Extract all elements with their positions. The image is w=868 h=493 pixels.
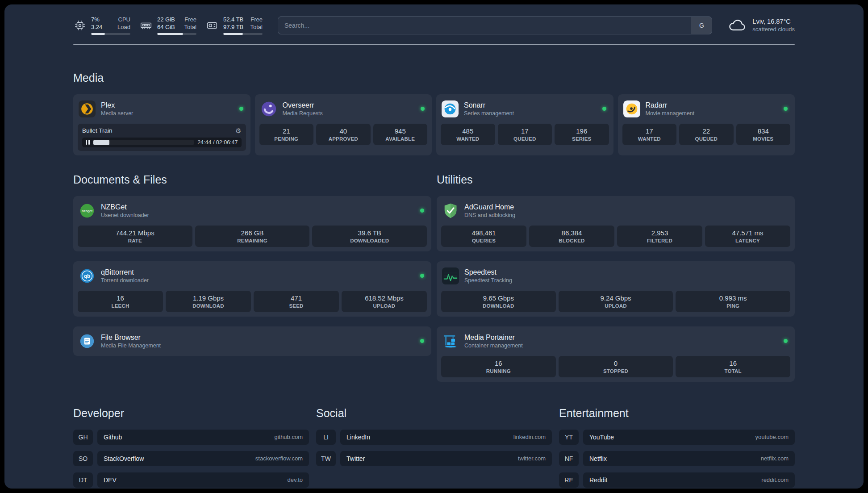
stat-value: 266 GB	[197, 229, 308, 237]
service-card-radarr[interactable]: Radarr Movie management 17WANTED22QUEUED…	[618, 94, 795, 155]
nzbget-icon: nzbget	[79, 202, 96, 219]
section-title-utilities: Utilities	[437, 173, 795, 186]
section-title-media: Media	[73, 71, 795, 84]
stat-tile: 21PENDING	[259, 124, 314, 145]
speedtest-icon	[442, 267, 459, 284]
adguard-icon	[442, 202, 459, 219]
search-provider-button[interactable]: G	[691, 17, 712, 34]
stat-tile: 834MOVIES	[736, 124, 791, 145]
bookmark-abbr: YT	[559, 430, 579, 445]
bookmark-item[interactable]: GHGithubgithub.com	[73, 430, 309, 445]
stat-label: DOWNLOADED	[314, 238, 425, 243]
bookmark-item[interactable]: SOStackOverflowstackoverflow.com	[73, 451, 309, 466]
section-developer: Developer GHGithubgithub.comSOStackOverf…	[73, 407, 309, 488]
status-dot	[602, 107, 606, 111]
stat-value: 1.19 Gbps	[167, 294, 249, 302]
service-card-filebrowser[interactable]: File Browser Media File Management	[73, 326, 431, 356]
bookmark-name: Reddit	[589, 476, 607, 484]
stat-tile: 9.24 GbpsUPLOAD	[559, 291, 673, 312]
memory-free-value: 22 GiB	[157, 16, 175, 24]
memory-total-label: Total	[184, 24, 196, 31]
stat-value: 9.24 Gbps	[560, 294, 672, 302]
stat-label: WANTED	[442, 136, 493, 142]
service-name: Overseerr	[283, 101, 323, 109]
stat-tile: 471SEED	[254, 291, 339, 312]
status-dot	[239, 107, 243, 111]
playback-progress-fill	[93, 140, 109, 145]
service-desc: Movie management	[646, 110, 695, 117]
bookmark-item[interactable]: DTDEVdev.to	[73, 472, 309, 488]
stat-value: 16	[443, 359, 554, 367]
cpu-icon	[73, 19, 87, 32]
bookmark-item[interactable]: YTYouTubeyoutube.com	[559, 430, 795, 445]
weather-condition: scattered clouds	[752, 26, 795, 33]
service-card-portainer[interactable]: Media Portainer Container management 16R…	[437, 326, 795, 382]
stat-label: TOTAL	[677, 368, 789, 374]
stat-label: AVAILABLE	[375, 136, 426, 142]
pause-icon[interactable]	[86, 140, 90, 145]
status-dot	[784, 107, 788, 111]
bookmark-url: twitter.com	[518, 455, 546, 462]
search-input[interactable]	[278, 17, 691, 34]
bookmark-item[interactable]: RERedditreddit.com	[559, 472, 795, 488]
bookmark-name: Twitter	[346, 455, 365, 462]
playback-time: 24:44 / 02:06:47	[197, 139, 238, 146]
service-card-sonarr[interactable]: Sonarr Series management 485WANTED17QUEU…	[436, 94, 613, 155]
plex-icon	[79, 100, 96, 117]
section-entertainment: Entertainment YTYouTubeyoutube.comNFNetf…	[559, 407, 795, 488]
now-playing-widget: Bullet Train ⚙ 24:44 / 02:06:47	[78, 124, 246, 151]
stat-tile: 86,384BLOCKED	[529, 226, 614, 247]
service-desc: Container management	[464, 343, 523, 349]
memory-progress-bar	[157, 33, 196, 35]
stat-tile: 16RUNNING	[441, 356, 556, 377]
bookmark-item[interactable]: NFNetflixnetflix.com	[559, 451, 795, 466]
service-card-speedtest[interactable]: Speedtest Speedtest Tracking 9.65 GbpsDO…	[437, 261, 795, 317]
stat-tile: 9.65 GbpsDOWNLOAD	[441, 291, 556, 312]
bookmark-item[interactable]: LILinkedInlinkedin.com	[316, 430, 552, 445]
stat-value: 22	[681, 127, 732, 135]
status-dot	[421, 107, 425, 111]
now-playing-title: Bullet Train	[82, 127, 113, 134]
section-documents: Documents & Files nzbget NZBGet Usenet d…	[73, 173, 431, 356]
bookmark-tile: DEVdev.to	[97, 472, 309, 488]
memory-icon	[139, 19, 153, 32]
stat-label: RATE	[79, 238, 191, 243]
stat-label: PENDING	[261, 136, 312, 142]
cpu-progress-bar	[91, 33, 130, 35]
stat-label: SEED	[255, 303, 337, 309]
section-media: Media Plex Media server	[73, 71, 795, 155]
bookmark-abbr: RE	[559, 472, 579, 488]
stat-value: 16	[79, 294, 161, 302]
service-name: qBittorrent	[101, 268, 149, 276]
search-bar: G	[278, 17, 712, 34]
stat-label: BLOCKED	[531, 238, 613, 243]
status-dot	[420, 209, 424, 213]
stat-value: 471	[255, 294, 337, 302]
service-name: Plex	[101, 101, 133, 109]
bookmark-item[interactable]: TWTwittertwitter.com	[316, 451, 552, 466]
stat-tile: 17QUEUED	[498, 124, 552, 145]
bookmark-abbr: DT	[73, 472, 93, 488]
section-title-social: Social	[316, 407, 552, 420]
service-card-nzbget[interactable]: nzbget NZBGet Usenet downloader 744.21 M…	[73, 196, 431, 251]
service-desc: Media File Management	[101, 343, 161, 349]
cloud-icon	[727, 18, 747, 33]
stat-value: 618.52 Mbps	[343, 294, 425, 302]
stat-value: 945	[375, 127, 426, 135]
weather-location: Lviv, 16.87°C	[752, 18, 795, 25]
stat-label: MOVIES	[738, 136, 789, 142]
service-card-qbittorrent[interactable]: qb qBittorrent Torrent downloader 16LEEC…	[73, 261, 431, 317]
service-card-plex[interactable]: Plex Media server Bullet Train ⚙	[73, 94, 250, 155]
service-desc: Torrent downloader	[101, 277, 149, 284]
cpu-load-value: 3.24	[91, 24, 102, 31]
service-card-adguard[interactable]: AdGuard Home DNS and adblocking 498,461Q…	[437, 196, 795, 251]
service-card-overseerr[interactable]: Overseerr Media Requests 21PENDING40APPR…	[255, 94, 432, 155]
gear-icon[interactable]: ⚙	[235, 127, 241, 134]
service-name: Speedtest	[464, 268, 512, 276]
service-name: Radarr	[646, 101, 695, 109]
stat-value: 485	[442, 127, 493, 135]
bookmark-name: LinkedIn	[346, 434, 370, 441]
dashboard: 7%CPU 3.24Load 22 GiBFree	[4, 4, 864, 489]
playback-progress-track[interactable]	[93, 140, 194, 145]
disk-total-value: 97.9 TB	[223, 24, 243, 31]
